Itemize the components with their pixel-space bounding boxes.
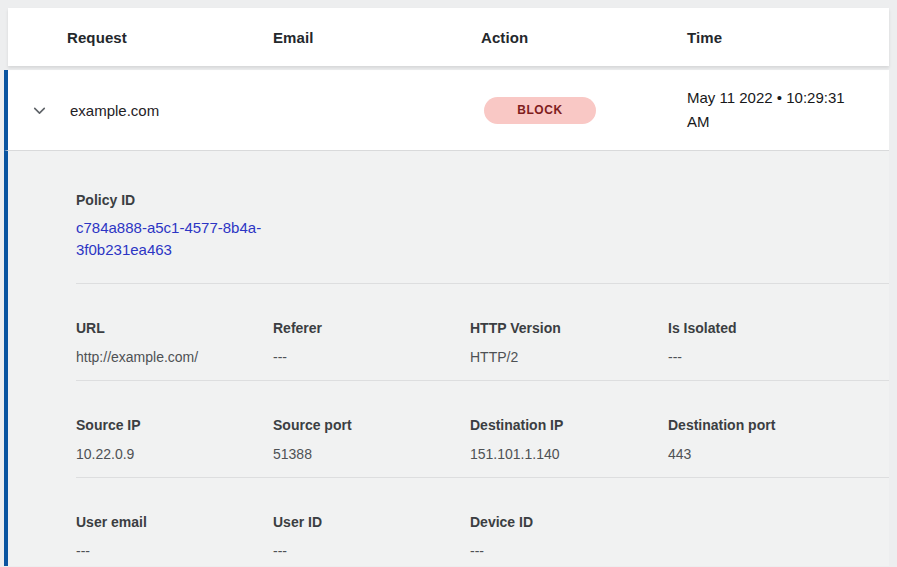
column-header-time: Time	[687, 29, 889, 46]
field-value: http://example.com/	[76, 348, 273, 366]
action-cell: BLOCK	[484, 97, 687, 124]
field-label: Source port	[273, 416, 470, 434]
gateway-http-logs-page: Request Email Action Time example.com BL…	[0, 0, 897, 567]
time-cell: May 11 2022 • 10:29:31 AM	[687, 86, 862, 134]
policy-section: Policy ID c784a888-a5c1-4577-8b4a-3f0b23…	[8, 151, 889, 283]
field-value: ---	[470, 542, 668, 560]
field-label: Destination IP	[470, 416, 668, 434]
column-header-email: Email	[273, 29, 481, 46]
http-section: URL http://example.com/ Referer --- HTTP…	[8, 284, 889, 380]
field-label: User email	[76, 513, 273, 531]
field-is-isolated: Is Isolated ---	[668, 319, 869, 366]
field-label: Source IP	[76, 416, 273, 434]
field-destination-ip: Destination IP 151.101.1.140	[470, 416, 668, 463]
field-source-port: Source port 51388	[273, 416, 470, 463]
field-user-id: User ID ---	[273, 513, 470, 560]
field-value: 443	[668, 445, 869, 463]
request-cell: example.com	[70, 102, 484, 119]
field-value: 10.22.0.9	[76, 445, 273, 463]
action-badge-block: BLOCK	[484, 97, 596, 124]
field-referer: Referer ---	[273, 319, 470, 366]
field-value: ---	[76, 542, 273, 560]
user-section: User email --- User ID --- Device ID ---	[8, 478, 889, 567]
chevron-down-icon	[31, 102, 48, 119]
field-value: ---	[273, 348, 470, 366]
field-value: ---	[668, 348, 869, 366]
column-header-request: Request	[67, 29, 273, 46]
field-user-email: User email ---	[76, 513, 273, 560]
field-source-ip: Source IP 10.22.0.9	[76, 416, 273, 463]
field-destination-port: Destination port 443	[668, 416, 869, 463]
field-value: 51388	[273, 445, 470, 463]
field-label: User ID	[273, 513, 470, 531]
table-header: Request Email Action Time	[8, 8, 889, 66]
field-value: 151.101.1.140	[470, 445, 668, 463]
log-row[interactable]: example.com BLOCK May 11 2022 • 10:29:31…	[4, 70, 889, 150]
field-http-version: HTTP Version HTTP/2	[470, 319, 668, 366]
field-label: Referer	[273, 319, 470, 337]
row-details-panel: Policy ID c784a888-a5c1-4577-8b4a-3f0b23…	[4, 150, 889, 566]
field-label: HTTP Version	[470, 319, 668, 337]
column-header-action: Action	[481, 29, 687, 46]
expand-toggle[interactable]	[8, 102, 70, 119]
field-label: Is Isolated	[668, 319, 869, 337]
field-empty	[668, 513, 869, 560]
field-label: URL	[76, 319, 273, 337]
policy-id-label: Policy ID	[76, 191, 869, 209]
field-value: HTTP/2	[470, 348, 668, 366]
field-label: Destination port	[668, 416, 869, 434]
field-label: Device ID	[470, 513, 668, 531]
policy-id-link[interactable]: c784a888-a5c1-4577-8b4a-3f0b231ea463	[76, 217, 274, 261]
field-device-id: Device ID ---	[470, 513, 668, 560]
field-url: URL http://example.com/	[76, 319, 273, 366]
network-section: Source IP 10.22.0.9 Source port 51388 De…	[8, 381, 889, 477]
field-value: ---	[273, 542, 470, 560]
